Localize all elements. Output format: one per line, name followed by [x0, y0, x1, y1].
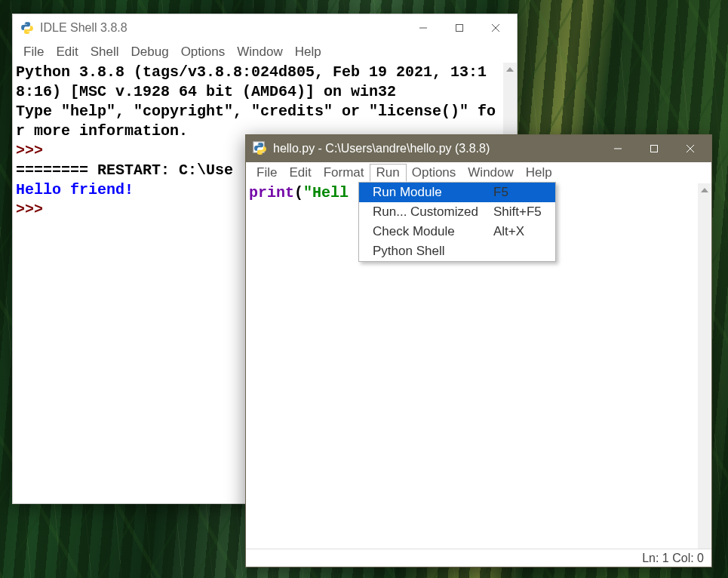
token-builtin: print	[249, 184, 294, 201]
python-icon	[20, 21, 34, 35]
scroll-up-icon[interactable]	[698, 183, 711, 197]
editor-titlebar[interactable]: hello.py - C:\Users\andre\hello.py (3.8.…	[246, 135, 711, 162]
cursor-position: Ln: 1 Col: 0	[642, 552, 704, 565]
svg-rect-1	[456, 25, 463, 32]
maximize-button[interactable]	[441, 14, 478, 42]
idle-editor-window: hello.py - C:\Users\andre\hello.py (3.8.…	[245, 134, 712, 567]
svg-rect-5	[651, 146, 658, 152]
menuitem-label: Python Shell	[373, 244, 478, 259]
editor-window-controls	[600, 135, 708, 162]
shell-window-controls	[405, 14, 514, 42]
menu-options[interactable]: Options	[175, 44, 232, 60]
restart-line: ======== RESTART: C:\Use	[16, 161, 233, 179]
menu-options[interactable]: Options	[406, 164, 462, 181]
menu-format[interactable]: Format	[318, 164, 370, 181]
menu-window[interactable]: Window	[231, 44, 288, 60]
menu-help[interactable]: Help	[520, 164, 558, 181]
editor-statusbar: Ln: 1 Col: 0	[246, 549, 711, 567]
run-dropdown-menu: Run Module F5 Run... Customized Shift+F5…	[358, 182, 556, 262]
shell-menubar: File Edit Shell Debug Options Window Hel…	[13, 42, 517, 63]
close-button[interactable]	[478, 14, 514, 42]
menu-file[interactable]: File	[17, 44, 50, 60]
minimize-button[interactable]	[405, 14, 441, 42]
python-file-icon	[253, 142, 267, 155]
menuitem-label: Run Module	[373, 185, 478, 200]
minimize-button[interactable]	[600, 135, 636, 162]
menu-debug[interactable]: Debug	[125, 44, 175, 60]
editor-client: print("Hell Run Module F5 Run... Customi…	[246, 183, 711, 549]
menuitem-run-module[interactable]: Run Module F5	[359, 183, 555, 202]
menuitem-accel: Shift+F5	[493, 204, 542, 220]
maximize-button[interactable]	[636, 135, 672, 162]
menuitem-accel: F5	[493, 185, 508, 200]
menu-file[interactable]: File	[250, 164, 283, 181]
menu-shell[interactable]: Shell	[84, 44, 125, 60]
menuitem-label: Check Module	[373, 224, 478, 239]
menuitem-run-customized[interactable]: Run... Customized Shift+F5	[359, 202, 555, 222]
menu-window[interactable]: Window	[462, 164, 519, 181]
scroll-up-icon[interactable]	[503, 63, 517, 76]
prompt: >>>	[16, 142, 52, 159]
stdout-line: Hello friend!	[16, 181, 134, 198]
token-punct: (	[294, 184, 303, 201]
editor-menubar: File Edit Format Run Options Window Help	[246, 162, 711, 183]
editor-scrollbar[interactable]	[698, 183, 711, 549]
menu-help[interactable]: Help	[289, 44, 327, 60]
menu-edit[interactable]: Edit	[283, 164, 317, 181]
banner-line: Python 3.8.8 (tags/v3.8.8:024d805, Feb 1…	[16, 63, 487, 100]
menu-edit[interactable]: Edit	[50, 44, 84, 60]
token-string: "Hell	[303, 184, 349, 201]
shell-title: IDLE Shell 3.8.8	[40, 21, 405, 35]
close-button[interactable]	[672, 135, 708, 162]
menuitem-python-shell[interactable]: Python Shell	[359, 241, 555, 261]
editor-title: hello.py - C:\Users\andre\hello.py (3.8.…	[273, 142, 600, 155]
prompt: >>>	[16, 201, 52, 218]
menuitem-accel: Alt+X	[493, 224, 524, 239]
menu-run[interactable]: Run	[370, 164, 407, 182]
menuitem-check-module[interactable]: Check Module Alt+X	[359, 222, 555, 241]
menuitem-label: Run... Customized	[373, 204, 478, 220]
shell-titlebar[interactable]: IDLE Shell 3.8.8	[13, 14, 517, 42]
